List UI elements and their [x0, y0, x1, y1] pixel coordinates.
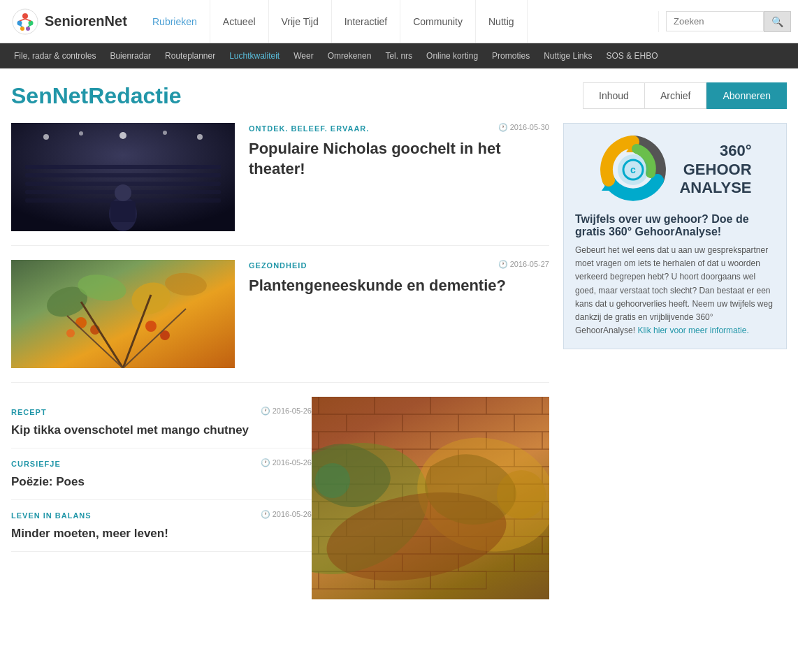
second-nav-omrekenen[interactable]: Omrekenen	[321, 51, 379, 61]
small-title-3[interactable]: Minder moeten, meer leven!	[11, 526, 312, 541]
second-nav-nuttige-links[interactable]: Nuttige Links	[537, 51, 599, 61]
svg-point-1	[22, 13, 28, 19]
small-article-1: RECEPT 🕐 2016-05-26 Kip tikka ovenschote…	[11, 397, 312, 448]
svg-point-20	[197, 134, 203, 140]
page-title: SenNetRedactie	[11, 83, 182, 109]
article-image-1	[11, 123, 235, 231]
second-nav-sos-ehbo[interactable]: SOS & EHBO	[600, 51, 665, 61]
article-info-1: ONTDEK. BELEEF. ERVAAR. 🕐 2016-05-30 Pop…	[249, 123, 549, 231]
article-category-2: GEZONDHEID	[249, 261, 307, 270]
page-title-color: Redactie	[88, 83, 181, 108]
article-title-1[interactable]: Populaire Nicholas goochelt in het theat…	[249, 139, 549, 179]
nav-actueel[interactable]: Actueel	[210, 0, 269, 43]
second-nav-weer[interactable]: Weer	[286, 51, 320, 61]
bottom-section: RECEPT 🕐 2016-05-26 Kip tikka ovenschote…	[11, 397, 549, 601]
svg-point-17	[79, 131, 83, 136]
svg-point-123	[315, 463, 350, 498]
svg-point-16	[43, 134, 49, 140]
second-nav-promoties[interactable]: Promoties	[485, 51, 537, 61]
search-area: 🔍	[658, 11, 798, 32]
top-navigation: SeniorenNet Rubrieken Actueel Vrije Tijd…	[0, 0, 798, 43]
svg-rect-12	[25, 173, 221, 177]
page-wrapper: SenNetRedactie Inhoud Archief Abonneren	[0, 68, 798, 601]
second-nav-luchtkwaliteit[interactable]: Luchtkwaliteit	[222, 51, 286, 61]
article-date-2: 🕐 2016-05-27	[498, 260, 549, 269]
small-article-header-2: CURSIEFJE 🕐 2016-05-26	[11, 458, 312, 472]
svg-rect-11	[25, 165, 221, 169]
svg-line-7	[25, 19, 31, 21]
small-date-1: 🕐 2016-05-26	[261, 407, 312, 416]
nav-items: Rubrieken Actueel Vrije Tijd Interactief…	[140, 0, 658, 43]
page-title-area: SenNetRedactie Inhoud Archief Abonneren	[11, 82, 787, 109]
svg-point-0	[13, 9, 38, 34]
right-column: c 360° GEHOOR ANALYSE Twijfels over uw g…	[563, 123, 787, 601]
svg-point-2	[17, 20, 22, 25]
tab-inhoud[interactable]: Inhoud	[583, 82, 644, 109]
svg-point-22	[115, 184, 131, 201]
plants-svg	[11, 260, 235, 368]
clock-icon-3: 🕐	[261, 407, 270, 415]
nav-community[interactable]: Community	[400, 0, 476, 43]
svg-point-124	[497, 470, 546, 519]
nav-vrije-tijd[interactable]: Vrije Tijd	[269, 0, 332, 43]
clock-icon-4: 🕐	[261, 458, 270, 467]
title-buttons: Inhoud Archief Abonneren	[583, 82, 787, 109]
logo-area[interactable]: SeniorenNet	[0, 8, 140, 36]
svg-point-18	[119, 132, 126, 139]
article-title-2[interactable]: Plantengeneeskunde en dementie?	[249, 276, 549, 296]
second-nav-file[interactable]: File, radar & controles	[7, 51, 103, 61]
nav-interactief[interactable]: Interactief	[332, 0, 400, 43]
small-article-3: LEVEN IN BALANS 🕐 2016-05-26 Minder moet…	[11, 500, 312, 552]
search-button[interactable]: 🔍	[764, 11, 791, 32]
second-nav-routeplanner[interactable]: Routeplanner	[158, 51, 222, 61]
ad-body-text: Gebeurt het wel eens dat u aan uw gespre…	[575, 244, 775, 337]
article-category-1: ONTDEK. BELEEF. ERVAAR.	[249, 124, 369, 133]
article-image-2	[11, 260, 235, 368]
graffiti-image-area	[312, 397, 549, 601]
small-article-header-3: LEVEN IN BALANS 🕐 2016-05-26	[11, 510, 312, 523]
tab-abonneren[interactable]: Abonneren	[706, 82, 787, 109]
search-input[interactable]	[666, 11, 764, 31]
theater-svg	[11, 123, 235, 231]
small-title-1[interactable]: Kip tikka ovenschotel met mango chutney	[11, 423, 312, 438]
second-navigation: File, radar & controles Buienradar Route…	[0, 43, 798, 68]
second-nav-tel-nrs[interactable]: Tel. nrs	[378, 51, 419, 61]
svg-line-6	[20, 19, 25, 21]
site-name: SeniorenNet	[45, 13, 127, 29]
svg-point-19	[163, 131, 167, 135]
svg-point-31	[66, 329, 75, 337]
small-article-header-1: RECEPT 🕐 2016-05-26	[11, 407, 312, 420]
article-date-row-2: GEZONDHEID 🕐 2016-05-27	[249, 260, 549, 273]
article-date-row-1: ONTDEK. BELEEF. ERVAAR. 🕐 2016-05-30	[249, 123, 549, 136]
ad-title-text: 360° GEHOOR ANALYSE	[679, 142, 751, 197]
svg-rect-23	[110, 201, 136, 222]
svg-text:c: c	[631, 164, 637, 175]
svg-point-29	[75, 317, 87, 328]
nav-rubrieken[interactable]: Rubrieken	[140, 0, 210, 43]
second-nav-buienradar[interactable]: Buienradar	[103, 51, 158, 61]
small-category-3: LEVEN IN BALANS	[11, 511, 92, 520]
svg-point-32	[145, 321, 157, 332]
clock-icon-5: 🕐	[261, 510, 270, 518]
article-card-2: GEZONDHEID 🕐 2016-05-27 Plantengeneeskun…	[11, 260, 549, 383]
small-date-3: 🕐 2016-05-26	[261, 510, 312, 519]
article-info-2: GEZONDHEID 🕐 2016-05-27 Plantengeneeskun…	[249, 260, 549, 368]
tab-archief[interactable]: Archief	[644, 82, 707, 109]
article-card-1: ONTDEK. BELEEF. ERVAAR. 🕐 2016-05-30 Pop…	[11, 123, 549, 246]
ad-link[interactable]: Klik hier voor meer informatie.	[637, 326, 748, 335]
small-title-2[interactable]: Poëzie: Poes	[11, 474, 312, 490]
svg-point-3	[29, 20, 34, 25]
svg-point-5	[26, 27, 30, 31]
gehoor-analyse-logo: c	[598, 135, 668, 205]
svg-line-9	[28, 25, 31, 27]
small-articles-list: RECEPT 🕐 2016-05-26 Kip tikka ovenschote…	[11, 397, 312, 601]
nav-nuttig[interactable]: Nuttig	[476, 0, 528, 43]
advertisement-box[interactable]: c 360° GEHOOR ANALYSE Twijfels over uw g…	[563, 123, 787, 349]
svg-line-8	[20, 25, 22, 27]
article-date-1: 🕐 2016-05-30	[498, 123, 549, 132]
clock-icon-1: 🕐	[498, 123, 508, 131]
svg-point-4	[20, 27, 24, 31]
ad-logo-area: c 360° GEHOOR ANALYSE	[575, 135, 775, 205]
small-category-2: CURSIEFJE	[11, 460, 61, 468]
second-nav-online-korting[interactable]: Online korting	[419, 51, 485, 61]
